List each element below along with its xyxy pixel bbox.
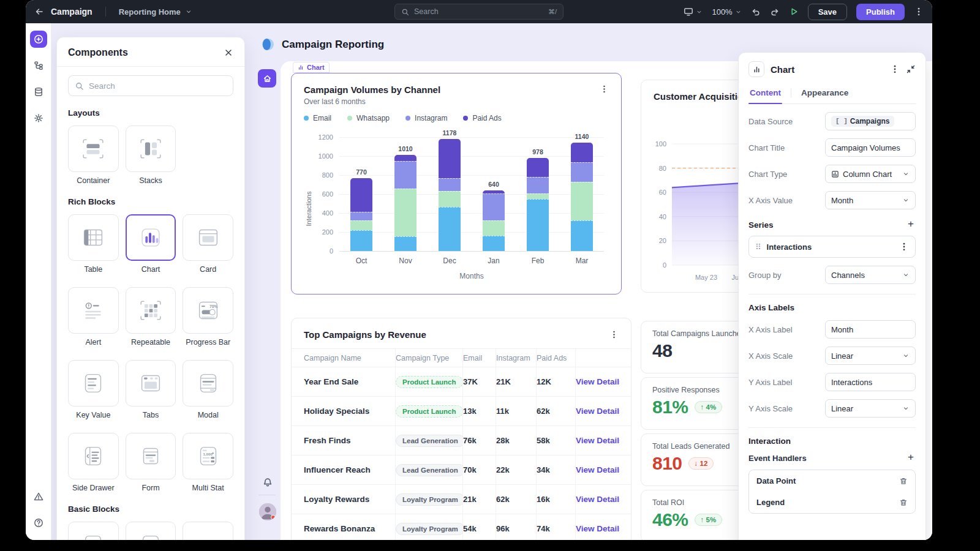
bell-icon[interactable]	[262, 476, 273, 487]
data-sources-button[interactable]	[30, 83, 47, 100]
component-tile-container[interactable]	[68, 126, 119, 172]
bar-segment-instagram[interactable]	[483, 193, 505, 220]
bar-segment-instagram[interactable]	[527, 177, 549, 193]
bar-chart-widget[interactable]: Campaign Volumes by Channel Over last 6 …	[291, 73, 622, 294]
component-item-chart[interactable]: Chart	[126, 214, 176, 274]
table-row[interactable]: Fresh FindsLead Generation76k28k58kView …	[292, 425, 631, 455]
global-search[interactable]: ⌘/	[394, 4, 564, 20]
bar-dec[interactable]: 1178	[439, 139, 461, 251]
table-row[interactable]: Influencer ReachLead Generation70k22k34k…	[292, 455, 631, 484]
play-icon[interactable]	[789, 7, 799, 17]
group-by-select[interactable]: Channels	[825, 266, 916, 284]
component-item-form[interactable]: Form	[126, 433, 176, 492]
panel-menu-icon[interactable]	[890, 64, 900, 74]
warnings-button[interactable]	[30, 488, 47, 505]
legend-item-paid-ads[interactable]: Paid Ads	[463, 114, 501, 122]
bar-segment-email[interactable]	[527, 199, 549, 251]
settings-button[interactable]	[30, 110, 47, 127]
widget-menu-icon[interactable]	[609, 330, 619, 339]
component-tile-repeatable[interactable]	[126, 287, 176, 334]
tab-appearance[interactable]: Appearance	[800, 83, 850, 103]
bar-segment-instagram[interactable]	[439, 178, 461, 191]
close-icon[interactable]	[224, 48, 233, 58]
bar-segment-paid-ads[interactable]	[350, 178, 372, 212]
bar-segment-instagram[interactable]	[350, 212, 372, 220]
more-options-icon[interactable]	[914, 7, 924, 17]
view-details-link[interactable]: View Details	[576, 465, 620, 474]
component-item-card[interactable]: Card	[183, 214, 233, 274]
back-arrow-icon[interactable]	[34, 7, 44, 17]
breadcrumb[interactable]: Reporting Home	[119, 7, 192, 17]
bar-mar[interactable]: 1140	[571, 143, 593, 251]
x-axis-label-input[interactable]	[825, 320, 916, 339]
component-tile-form[interactable]	[126, 433, 176, 479]
data-source-field[interactable]: [ ] Campaigns	[825, 112, 916, 130]
series-item[interactable]: ⠿ Interactions	[748, 236, 916, 258]
table-widget[interactable]: Top Campaigns by Revenue Campaign NameCa…	[291, 318, 631, 540]
bar-segment-whatsapp[interactable]	[439, 191, 461, 207]
bar-segment-email[interactable]	[350, 230, 372, 251]
component-tile-progress-bar[interactable]: 70%	[183, 287, 233, 334]
component-tile-modal[interactable]	[183, 360, 233, 407]
component-tile-side-drawer[interactable]	[68, 433, 119, 479]
component-item-alert[interactable]: Alert	[68, 287, 119, 347]
bar-segment-email[interactable]	[394, 236, 417, 251]
device-preview-dropdown[interactable]	[684, 7, 703, 17]
bar-oct[interactable]: 770	[350, 178, 372, 251]
component-tile-table[interactable]	[68, 214, 119, 261]
add-series-button[interactable]: +	[906, 220, 916, 230]
components-search-input[interactable]	[89, 81, 227, 91]
component-item-multi-stat[interactable]: 1,000Multi Stat	[183, 433, 233, 492]
search-input[interactable]	[414, 7, 543, 16]
undo-icon[interactable]	[751, 7, 761, 17]
bar-feb[interactable]: 978	[527, 158, 549, 251]
chart-type-select[interactable]: Column Chart	[825, 165, 916, 183]
x-axis-value-select[interactable]: Month	[825, 191, 916, 209]
redo-icon[interactable]	[770, 7, 780, 17]
event-handler-row[interactable]: Legend	[749, 492, 915, 513]
add-components-button[interactable]	[30, 31, 47, 48]
legend-item-instagram[interactable]: Instagram	[405, 114, 447, 122]
y-axis-label-input[interactable]	[825, 373, 916, 391]
event-handler-row[interactable]: Data Point	[749, 470, 915, 492]
drag-handle-icon[interactable]: ⠿	[755, 242, 761, 252]
table-row[interactable]: Rewards BonanzaLoyalty Program54k96k74kV…	[292, 514, 631, 540]
component-tile-card[interactable]	[183, 214, 233, 261]
y-axis-scale-select[interactable]: Linear	[825, 399, 916, 418]
bar-segment-whatsapp[interactable]	[394, 189, 417, 236]
pages-tree-button[interactable]	[30, 57, 47, 74]
widget-menu-icon[interactable]	[600, 84, 609, 94]
bar-segment-whatsapp[interactable]	[527, 193, 549, 199]
view-details-link[interactable]: View Details	[576, 495, 620, 504]
save-button[interactable]: Save	[808, 4, 847, 20]
component-tile-multi-stat[interactable]: 1,000	[183, 433, 233, 479]
data-source-chip[interactable]: [ ] Campaigns	[831, 116, 894, 127]
x-axis-scale-select[interactable]: Linear	[825, 347, 916, 365]
bar-segment-email[interactable]	[571, 220, 593, 251]
component-item-tile-action[interactable]: Action	[183, 522, 233, 540]
table-row[interactable]: Holiday SpecialsProduct Launch13k11k62kV…	[292, 396, 631, 425]
components-search[interactable]	[68, 75, 233, 96]
component-tile-tile-action[interactable]: Action	[183, 522, 233, 540]
series-menu-icon[interactable]	[899, 242, 909, 252]
bar-segment-email[interactable]	[439, 207, 461, 251]
bar-segment-email[interactable]	[483, 236, 505, 251]
component-tile-alert[interactable]	[68, 287, 119, 334]
component-item-key-value[interactable]: Key Value	[68, 360, 119, 419]
component-item-tile-text[interactable]: a	[68, 522, 119, 540]
home-page-button[interactable]	[258, 69, 276, 88]
legend-item-email[interactable]: Email	[304, 114, 331, 122]
trash-icon[interactable]	[899, 498, 908, 507]
component-item-tile-link[interactable]: Link	[126, 522, 176, 540]
bar-segment-paid-ads[interactable]	[571, 143, 593, 162]
publish-button[interactable]: Publish	[856, 4, 905, 20]
table-row[interactable]: Year End SaleProduct Launch37K21K12KView…	[292, 367, 631, 396]
help-button[interactable]	[30, 514, 47, 531]
bar-segment-whatsapp[interactable]	[571, 182, 593, 220]
component-item-side-drawer[interactable]: Side Drawer	[68, 433, 119, 492]
chart-title-input[interactable]	[825, 138, 916, 157]
trash-icon[interactable]	[899, 477, 908, 485]
legend-item-whatsapp[interactable]: Whatsapp	[347, 114, 390, 122]
component-tile-tile-link[interactable]: Link	[126, 522, 176, 540]
component-item-progress-bar[interactable]: 70%Progress Bar	[183, 287, 233, 347]
